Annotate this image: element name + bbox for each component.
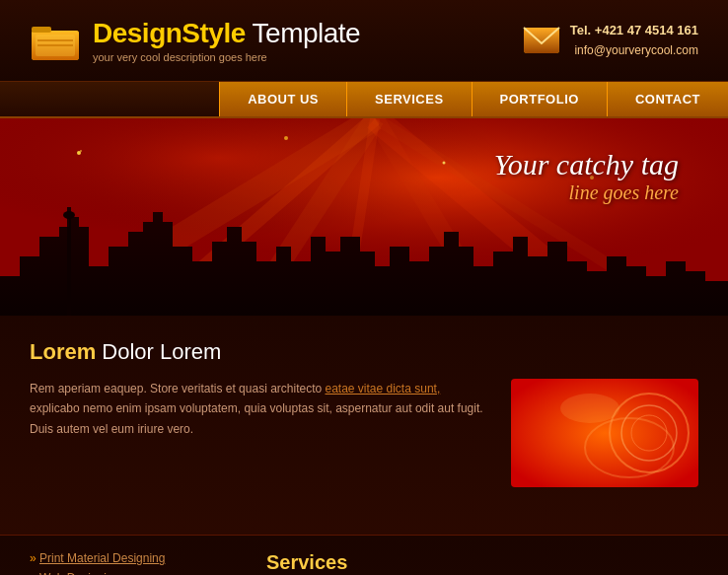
services-heading: Services [266,551,698,574]
svg-point-31 [560,394,619,423]
cityscape-svg [0,207,728,316]
link-item-2: Web Designing [30,571,237,575]
logo-text: DesignStyle Template your very cool desc… [93,18,360,63]
hero-banner: Your catchy tag line goes here [0,118,728,316]
heading-bold: Lorem [30,339,96,364]
main-heading: Lorem Dolor Lorem [30,339,698,365]
svg-point-20 [284,136,288,140]
logo-suffix: Template [246,18,360,48]
nav-about[interactable]: ABOUT US [219,82,346,116]
services-column: Services Rem aperiam eaquep. Store verit… [266,551,698,575]
nav-portfolio[interactable]: PORTFOLIO [472,82,607,116]
navigation: ABOUT US SERVICES PORTFOLIO CONTACT [0,82,728,118]
logo-subtitle: your very cool description goes here [93,51,360,63]
main-body-text: Rem aperiam eaquep. Store veritatis et q… [30,382,325,395]
link-web-design[interactable]: Web Designing [39,571,119,575]
email-icon [523,27,560,54]
svg-rect-26 [511,379,698,487]
folder-icon [30,19,81,62]
contact-details: Tel. +421 47 4514 161 info@yourverycool.… [570,21,698,60]
content-row: Rem aperiam eaquep. Store veritatis et q… [30,379,698,487]
logo-title: DesignStyle Template [93,18,360,49]
main-paragraph: Rem aperiam eaquep. Store veritatis et q… [30,379,491,439]
hero-tagline: Your catchy tag line goes here [494,148,679,204]
link-print[interactable]: Print Material Designing [39,551,165,565]
svg-marker-23 [0,212,728,316]
phone-number: Tel. +421 47 4514 161 [570,23,698,37]
svg-point-21 [443,162,446,165]
thumbnail-image [511,379,698,487]
main-link1[interactable]: eatae vitae dicta sunt, [325,382,440,395]
tagline-line2: line goes here [494,181,679,204]
thumb-svg [511,379,698,487]
svg-rect-24 [67,207,71,316]
email-address: info@yourverycool.com [574,43,698,57]
heading-light: Dolor Lorem [96,339,221,364]
logo-brand: DesignStyle [93,18,246,48]
svg-rect-2 [32,27,51,33]
header: DesignStyle Template your very cool desc… [0,0,728,82]
links-column: Print Material Designing Web Designing W… [30,551,237,575]
svg-point-19 [80,150,82,152]
nav-contact[interactable]: CONTACT [607,82,728,116]
main-content: Lorem Dolor Lorem Rem aperiam eaquep. St… [0,316,728,535]
bottom-section: Print Material Designing Web Designing W… [0,535,728,575]
main-middle-text: explicabo nemo enim ipsam voluptatem, qu… [30,401,483,435]
logo-area: DesignStyle Template your very cool desc… [30,18,360,63]
nav-services[interactable]: SERVICES [346,82,472,116]
svg-point-25 [63,211,75,219]
contact-info: Tel. +421 47 4514 161 info@yourverycool.… [523,21,698,60]
link-item-1: Print Material Designing [30,551,237,565]
tagline-line1: Your catchy tag [494,148,679,181]
main-text-block: Rem aperiam eaquep. Store veritatis et q… [30,379,491,487]
